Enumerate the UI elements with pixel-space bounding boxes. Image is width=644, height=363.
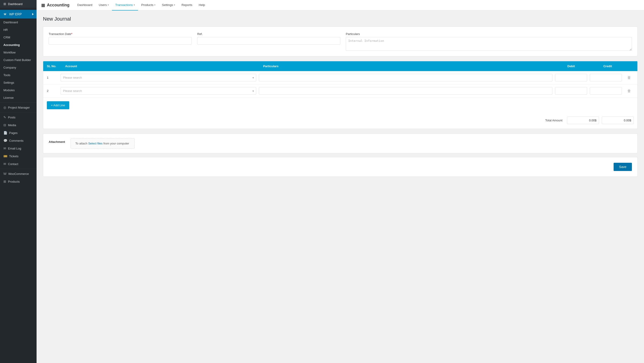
header-action — [626, 63, 637, 70]
row2-debit-input[interactable] — [555, 87, 587, 95]
sidebar-item-project-manager[interactable]: ◎ Project Manager — [0, 104, 36, 111]
settings-chevron-icon: ▾ — [174, 4, 175, 6]
row1-debit-input[interactable] — [555, 74, 587, 82]
sidebar-item-posts[interactable]: ✎ Posts — [0, 114, 36, 121]
select-files-link[interactable]: Select files — [88, 142, 102, 145]
tickets-icon: 🎫 — [4, 154, 7, 158]
row1-account: Please search ▾ — [60, 74, 256, 82]
topnav-products-label: Products — [141, 3, 153, 7]
sidebar-item-tools[interactable]: Tools — [0, 71, 36, 79]
particulars-group: Particulars — [346, 32, 632, 51]
users-chevron-icon: ▾ — [108, 4, 109, 6]
sidebar-item-workflow[interactable]: Workflow — [0, 49, 36, 56]
sidebar-item-dashboard[interactable]: Dashboard — [0, 18, 36, 26]
topnav-item-products[interactable]: Products ▾ — [138, 0, 158, 10]
sidebar-item-company[interactable]: Company — [0, 64, 36, 71]
transaction-date-label: Transaction Date* — [49, 32, 192, 36]
sidebar-item-dashboard-top[interactable]: ⊞ Dashboard — [0, 0, 36, 8]
topnav-item-settings[interactable]: Settings ▾ — [158, 0, 178, 10]
sidebar-item-settings[interactable]: Settings — [0, 79, 36, 86]
header-account: Account — [62, 61, 260, 71]
particulars-label: Particulars — [346, 32, 632, 36]
sidebar-wperp-item[interactable]: W WP ERP — [0, 10, 36, 18]
total-debit-display — [567, 116, 599, 124]
sidebar-item-license[interactable]: License — [0, 94, 36, 102]
sidebar-item-email-label: Email Log — [8, 147, 21, 150]
ref-input[interactable] — [197, 37, 340, 44]
topnav-brand: ▦ Accounting — [41, 3, 70, 8]
row1-action: 🗑 — [624, 75, 634, 81]
row1-credit-input[interactable] — [590, 74, 622, 82]
sidebar-item-settings-label: Settings — [4, 81, 14, 84]
table-row: 2 Please search ▾ — [43, 84, 637, 98]
sidebar-item-tickets[interactable]: 🎫 Tickets — [0, 152, 36, 160]
save-button[interactable]: Save — [614, 163, 632, 171]
attachment-label: Attachment — [49, 138, 65, 144]
page-title: New Journal — [43, 16, 638, 22]
main-area: ▦ Accounting Dashboard Users ▾ Transacti… — [36, 0, 644, 363]
sidebar-item-tools-label: Tools — [4, 74, 10, 77]
sidebar-divider-pm — [0, 112, 36, 112]
wperp-logo-label: WP ERP — [9, 12, 22, 16]
row2-account-select[interactable]: Please search — [60, 87, 256, 95]
topnav-item-dashboard[interactable]: Dashboard — [74, 0, 96, 10]
particulars-textarea[interactable] — [346, 37, 632, 51]
form-fields-row: Transaction Date* Ref. Particulars — [49, 32, 632, 51]
sidebar-item-modules[interactable]: Modules — [0, 86, 36, 94]
sidebar-item-woocommerce[interactable]: W WooCommerce — [0, 170, 36, 178]
sidebar-item-media-label: Media — [8, 124, 16, 127]
page-content: New Journal Transaction Date* Ref. Parti… — [36, 10, 644, 363]
row2-delete-button[interactable]: 🗑 — [626, 88, 632, 94]
topnav-item-users[interactable]: Users ▾ — [96, 0, 112, 10]
posts-icon: ✎ — [4, 116, 6, 119]
sidebar-item-custom-field-builder[interactable]: Custom Field Builder — [0, 56, 36, 64]
row1-account-select-wrapper: Please search ▾ — [60, 74, 256, 82]
journal-lines-card: SL No. Account Particulars Debit Credit … — [43, 61, 638, 129]
sidebar-item-pages-label: Pages — [9, 131, 18, 135]
sidebar-item-hr[interactable]: HR — [0, 26, 36, 34]
sidebar-item-dashboard-label: Dashboard — [4, 20, 18, 24]
add-line-button[interactable]: + Add Line — [47, 101, 69, 109]
sidebar-item-accounting-label: Accounting — [4, 43, 20, 47]
sidebar-item-crm[interactable]: CRM — [0, 34, 36, 41]
sidebar-item-email-log[interactable]: ✉ Email Log — [0, 144, 36, 152]
row1-debit — [555, 74, 587, 82]
attachment-text-before: To attach — [76, 142, 88, 145]
sidebar-item-products-label: Products — [8, 180, 20, 183]
row1-account-select[interactable]: Please search — [60, 74, 256, 82]
sidebar-item-comments[interactable]: 💬 Comments — [0, 137, 36, 144]
sidebar-item-pages[interactable]: 📄 Pages — [0, 129, 36, 137]
accounting-brand-icon: ▦ — [41, 3, 45, 8]
topnav-item-transactions[interactable]: Transactions ▾ — [112, 0, 138, 10]
sidebar-item-comments-label: Comments — [9, 139, 24, 142]
sidebar-item-license-label: License — [4, 96, 14, 100]
email-log-icon: ✉ — [4, 146, 6, 150]
topnav-item-reports[interactable]: Reports — [178, 0, 196, 10]
transaction-date-input[interactable] — [49, 37, 192, 44]
totals-row: Total Amount — [43, 113, 637, 129]
journal-table-header: SL No. Account Particulars Debit Credit — [43, 61, 637, 71]
row1-delete-button[interactable]: 🗑 — [626, 75, 632, 81]
total-amount-label: Total Amount — [545, 119, 562, 122]
sidebar-item-media[interactable]: ⊟ Media — [0, 121, 36, 129]
sidebar-item-company-label: Company — [4, 66, 16, 69]
ref-group: Ref. — [197, 32, 340, 51]
sidebar-item-modules-label: Modules — [4, 88, 15, 92]
sidebar-item-posts-label: Posts — [8, 116, 16, 119]
row2-debit — [555, 87, 587, 95]
row2-particulars-input[interactable] — [259, 87, 552, 95]
add-line-container: + Add Line — [43, 98, 637, 113]
sidebar-item-contact[interactable]: ✉ Contact — [0, 160, 36, 168]
top-navigation: ▦ Accounting Dashboard Users ▾ Transacti… — [36, 0, 644, 10]
topnav-settings-label: Settings — [162, 3, 173, 7]
row2-credit-input[interactable] — [590, 87, 622, 95]
sidebar-item-accounting[interactable]: Accounting — [0, 41, 36, 49]
transactions-chevron-icon: ▾ — [134, 4, 135, 6]
wperp-logo-icon: W — [3, 12, 7, 16]
header-credit: Credit — [590, 61, 626, 71]
row1-particulars-input[interactable] — [259, 74, 552, 82]
attachment-zone: To attach Select files from your compute… — [70, 138, 134, 148]
topnav-item-help[interactable]: Help — [196, 0, 208, 10]
sidebar-item-products[interactable]: ⊞ Products — [0, 178, 36, 186]
topnav-brand-label: Accounting — [47, 3, 70, 8]
